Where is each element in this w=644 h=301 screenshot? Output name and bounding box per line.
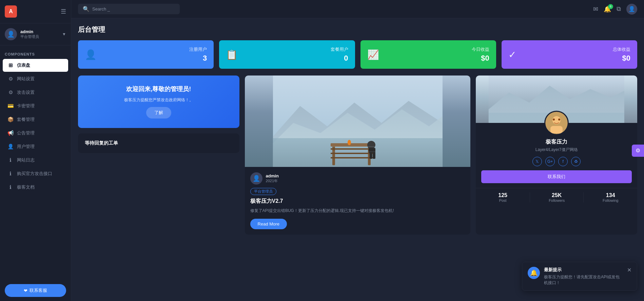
notification-badge: 6	[608, 4, 613, 9]
profile-stat-following-label: Following	[584, 198, 637, 202]
stat-cards: 👤 注册用户 3 📋 套餐用户 0 📈 今日收益 $0	[78, 40, 637, 69]
dashboard-icon: ⊞	[7, 62, 14, 68]
facebook-icon-button[interactable]: f	[558, 157, 568, 166]
svg-point-14	[347, 140, 351, 145]
registered-users-value: 3	[102, 54, 207, 63]
profile-stat-post-value: 125	[476, 192, 530, 198]
sidebar-item-label-dashboard: 仪表盘	[17, 62, 30, 68]
article-card: 👤 admin 2021年 平台管理员 极客压力V2.7 修复了API提交出错B…	[245, 76, 471, 235]
article-description: 修复了API提交出错BUG！更新了压力分配的逻辑.现已支持一键对接极客发包机!	[250, 208, 465, 214]
sidebar-item-package-management[interactable]: 📦 套餐管理	[3, 113, 68, 126]
ticket-card: 等待回复的工单	[78, 133, 239, 153]
user-info: admin 平台管理员	[20, 29, 62, 39]
sidebar-item-announcement[interactable]: 📢 公告管理	[3, 127, 68, 139]
settings-icon: ⚙	[636, 147, 640, 154]
today-income-label: 今日收益	[385, 46, 489, 52]
sidebar-item-docs[interactable]: ℹ 极客文档	[3, 181, 68, 194]
package-management-icon: 📦	[7, 116, 14, 123]
stat-card-registered-users: 👤 注册用户 3	[78, 40, 214, 69]
google-plus-icon-button[interactable]: G+	[545, 157, 555, 166]
svg-rect-8	[330, 153, 373, 154]
app-logo: A	[5, 5, 17, 18]
article-author-name: admin	[266, 173, 465, 178]
docs-icon: ℹ	[7, 184, 14, 190]
notification-text: 极客压力提醒您！请先配置攻击API或发包机接口！	[544, 274, 623, 286]
profile-avatar-wrapper	[476, 111, 637, 135]
site-log-icon: ℹ	[7, 157, 14, 163]
profile-stat-followers-value: 25K	[530, 192, 584, 198]
topbar-user-avatar[interactable]: 👤	[626, 4, 637, 15]
sidebar-header: A ☰	[0, 0, 71, 23]
article-title: 极客压力V2.7	[250, 198, 465, 205]
sidebar-item-user-management[interactable]: 👤 用户管理	[3, 140, 68, 153]
profile-stat-following-value: 134	[584, 192, 637, 198]
svg-point-23	[553, 119, 555, 121]
sidebar-item-label-card-management: 卡密管理	[17, 103, 35, 109]
sidebar-user[interactable]: 👤 admin 平台管理员 ▼	[0, 23, 71, 45]
sidebar-item-site-log[interactable]: ℹ 网站日志	[3, 154, 68, 167]
search-input[interactable]	[92, 6, 175, 12]
profile-stat-followers-label: Followers	[530, 198, 584, 202]
article-meta: 👤 admin 2021年	[250, 172, 465, 185]
settings-fab-button[interactable]: ⚙	[632, 145, 644, 157]
package-users-value: 0	[243, 54, 348, 63]
page-content: 后台管理 👤 注册用户 3 📋 套餐用户 0 📈 今日收益	[71, 18, 644, 301]
svg-point-24	[558, 119, 560, 121]
heart-icon: ❤	[24, 288, 27, 293]
notification-popup: 🔔 最新提示 极客压力提醒您！请先配置攻击API或发包机接口！ ✕	[522, 262, 637, 291]
welcome-learn-button[interactable]: 了解	[146, 107, 171, 119]
sidebar-item-site-settings[interactable]: ⚙ 网站设置	[3, 72, 68, 85]
sidebar-item-card-management[interactable]: 💳 卡密管理	[3, 100, 68, 112]
profile-stat-followers: 25K Followers	[530, 192, 584, 202]
total-income-label: 总体收益	[522, 46, 630, 52]
main-content: 🔍 ✉ 🔔 6 ⧉ 👤 后台管理 👤 注册用户 3	[71, 0, 644, 301]
profile-avatar	[544, 111, 569, 135]
hamburger-button[interactable]: ☰	[61, 8, 66, 15]
user-role: 平台管理员	[20, 34, 62, 39]
reddit-icon-button[interactable]: ♻	[571, 157, 581, 166]
site-settings-icon: ⚙	[7, 76, 14, 82]
layers-icon-button[interactable]: ⧉	[617, 5, 621, 13]
welcome-subtitle: 极客压力提醒您严禁攻击政府网络！。	[124, 97, 193, 103]
profile-stats: 125 Post 25K Followers 134 Following	[476, 188, 637, 207]
sidebar-item-label-buy-attack: 购买官方攻击接口	[17, 171, 52, 177]
svg-rect-12	[369, 152, 372, 159]
sidebar-item-buy-attack[interactable]: ℹ 购买官方攻击接口	[3, 167, 68, 180]
contact-support-button[interactable]: ❤ 联系客服	[5, 284, 66, 297]
notification-close-button[interactable]: ✕	[627, 267, 631, 273]
profile-stat-following: 134 Following	[583, 192, 637, 202]
profile-stat-post-label: Post	[476, 198, 530, 202]
notification-icon-button[interactable]: 🔔 6	[604, 5, 611, 13]
svg-rect-9	[330, 157, 373, 158]
article-author-avatar: 👤	[250, 172, 262, 185]
notification-title: 最新提示	[544, 267, 623, 273]
user-name: admin	[20, 29, 62, 34]
today-income-value: $0	[385, 54, 489, 63]
search-box[interactable]: 🔍	[78, 4, 180, 14]
package-users-icon: 📋	[226, 49, 238, 60]
sidebar-nav: COMPONENTS ⊞ 仪表盘 ⚙ 网站设置 ⚙ 攻击设置 💳 卡密管理 📦 …	[0, 45, 71, 280]
components-label: COMPONENTS	[0, 48, 71, 58]
total-income-value: $0	[522, 54, 630, 63]
svg-rect-13	[372, 152, 375, 159]
sidebar-item-dashboard[interactable]: ⊞ 仪表盘	[3, 59, 68, 72]
contact-me-button[interactable]: 联系我们	[481, 170, 632, 183]
lower-grid: 欢迎回来,尊敬的管理员! 极客压力提醒您严禁攻击政府网络！。 了解 等待回复的工…	[78, 76, 637, 235]
mail-icon-button[interactable]: ✉	[593, 5, 598, 13]
welcome-card: 欢迎回来,尊敬的管理员! 极客压力提醒您严禁攻击政府网络！。 了解	[78, 76, 239, 128]
svg-rect-11	[368, 148, 375, 153]
topbar: 🔍 ✉ 🔔 6 ⧉ 👤	[71, 0, 644, 18]
today-income-icon: 📈	[367, 49, 379, 60]
twitter-icon-button[interactable]: 𝕏	[532, 157, 542, 166]
stat-card-total-income: ✓ 总体收益 $0	[502, 40, 637, 69]
user-avatar: 👤	[5, 28, 17, 40]
svg-rect-22	[550, 126, 563, 133]
sidebar-item-attack-settings[interactable]: ⚙ 攻击设置	[3, 86, 68, 99]
welcome-title: 欢迎回来,尊敬的管理员!	[126, 85, 191, 93]
svg-rect-6	[330, 143, 373, 147]
announcement-icon: 📢	[7, 130, 14, 136]
topbar-icons: ✉ 🔔 6 ⧉ 👤	[593, 4, 637, 15]
sidebar: A ☰ 👤 admin 平台管理员 ▼ COMPONENTS ⊞ 仪表盘 ⚙ 网…	[0, 0, 71, 301]
stat-card-package-users: 📋 套餐用户 0	[219, 40, 355, 69]
read-more-button[interactable]: Read More	[250, 219, 287, 229]
